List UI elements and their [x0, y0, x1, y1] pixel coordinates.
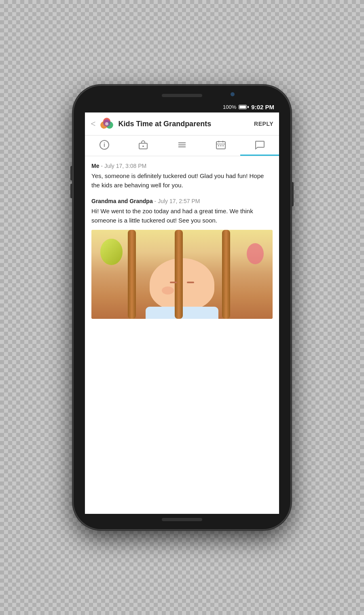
app-icon	[99, 117, 114, 131]
battery-body	[239, 105, 247, 109]
phone-screen: 100% 9:02 PM < Kid	[85, 101, 279, 514]
chat-icon	[254, 140, 265, 153]
volume-buttons	[70, 166, 73, 198]
tab-bar: i	[85, 136, 279, 156]
message-sender-1: Me	[91, 163, 99, 169]
message-block-1: Me - July 17, 3:08 PM Yes, someone is de…	[91, 163, 273, 190]
message-body-1: Yes, someone is definitely tuckered out!…	[91, 172, 273, 190]
bag-icon	[138, 140, 148, 153]
message-time-1: - July 17, 3:08 PM	[101, 163, 146, 169]
baby-photo	[91, 230, 273, 319]
message-header-1: Me - July 17, 3:08 PM	[91, 163, 273, 169]
message-header-2: Grandma and Grandpa - July 17, 2:57 PM	[91, 198, 273, 204]
status-time: 9:02 PM	[251, 104, 274, 110]
page-title: Kids Time at Grandparents	[118, 120, 250, 128]
message-body-2: Hi! We went to the zoo today and had a g…	[91, 207, 273, 225]
camera-dot	[231, 92, 235, 96]
info-icon: i	[99, 140, 110, 153]
svg-rect-17	[220, 145, 222, 146]
speaker-bottom	[162, 518, 202, 521]
message-block-2: Grandma and Grandpa - July 17, 2:57 PM H…	[91, 198, 273, 319]
svg-rect-8	[142, 146, 144, 147]
battery-icon	[239, 105, 249, 109]
back-button[interactable]: <	[91, 119, 95, 129]
chat-content: Me - July 17, 3:08 PM Yes, someone is de…	[85, 156, 279, 514]
tab-calendar[interactable]	[201, 136, 240, 156]
vol-up-button[interactable]	[70, 166, 73, 180]
list-icon	[177, 140, 187, 153]
svg-point-4	[105, 122, 108, 125]
reply-button[interactable]: REPLY	[254, 121, 273, 127]
status-bar: 100% 9:02 PM	[85, 101, 279, 112]
calendar-icon	[216, 140, 226, 153]
tab-list[interactable]	[163, 136, 201, 156]
phone-frame: 100% 9:02 PM < Kid	[73, 85, 291, 530]
battery-fill	[239, 106, 246, 108]
tab-info[interactable]: i	[85, 136, 124, 156]
message-image[interactable]	[91, 230, 273, 319]
battery-percentage: 100%	[223, 104, 236, 110]
vol-down-button[interactable]	[70, 184, 73, 198]
svg-rect-16	[218, 145, 219, 146]
app-header: < Kids Time at Grandparents REPLY	[85, 112, 279, 136]
tab-chat[interactable]	[240, 136, 279, 156]
svg-text:i: i	[104, 142, 105, 148]
message-sender-2: Grandma and Grandpa	[91, 198, 153, 204]
tab-bag[interactable]	[124, 136, 163, 156]
message-time-2: - July 17, 2:57 PM	[154, 198, 200, 204]
battery-tip	[248, 106, 249, 108]
power-button[interactable]	[291, 182, 294, 206]
speaker-top	[162, 94, 202, 97]
svg-rect-18	[222, 145, 224, 146]
